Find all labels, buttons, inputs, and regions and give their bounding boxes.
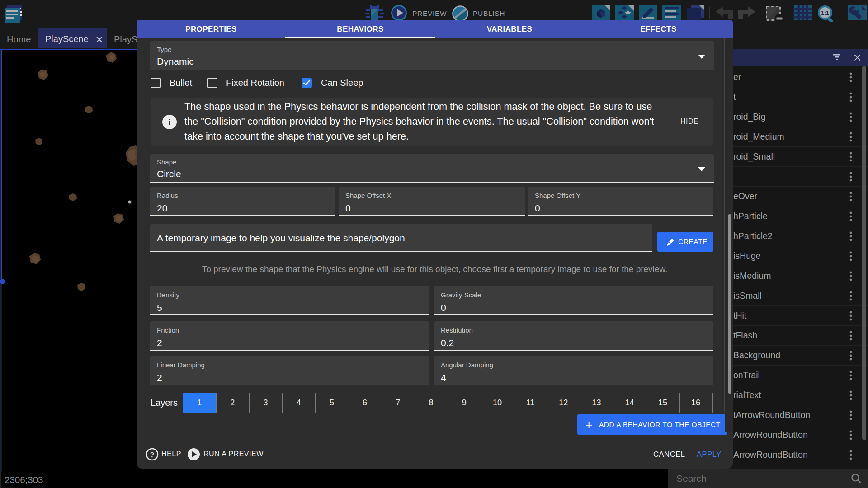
svg-text:?: ? [150, 450, 154, 458]
svg-text:1:1: 1:1 [821, 10, 829, 16]
